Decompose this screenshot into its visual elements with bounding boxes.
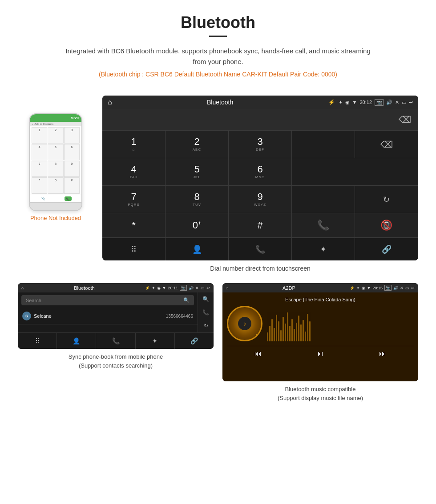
main-section: ··· M:20 + Add to Contacts 1 2 3 4 5 6 7… (0, 91, 436, 283)
phone-contacts-bar: + Add to Contacts (30, 122, 81, 126)
music-home-icon: ⌂ (226, 286, 228, 290)
fast-forward-button[interactable]: ⏭ (379, 350, 386, 358)
time-display: 20:12 (359, 100, 372, 105)
contacts-time: 20:11 (168, 286, 178, 290)
signal-icon: ▼ (352, 100, 357, 105)
dial-key-6[interactable]: 6 MNO (229, 158, 292, 186)
contacts-statusbar: ⌂ Bluetooth ⚡ ✦ ◉ ▼ 20:11 📷 🔊 ✕ ▭ ↩ (18, 283, 214, 292)
dial-key-star[interactable]: * (102, 213, 166, 238)
phone-screen: + Add to Contacts 1 2 3 4 5 6 7 8 9 * 0 … (30, 122, 81, 202)
dial-key-2[interactable]: 2 ABC (166, 131, 229, 158)
page-header: Bluetooth Integrated with BC6 Bluetooth … (0, 0, 436, 91)
album-inner: ♪ (238, 317, 251, 330)
contact-row[interactable]: S Seicane 13566664466 (18, 308, 198, 324)
play-pause-button[interactable]: ⏯ (317, 350, 324, 358)
contacts-usb-icon: ⚡ (145, 286, 150, 290)
contacts-actions: 🔍 📞 ↻ (198, 292, 214, 332)
call-button[interactable]: 📞 (292, 213, 355, 238)
contact-avatar: S (22, 312, 31, 320)
page-description: Integrated with BC6 Bluetooth module, su… (62, 46, 374, 67)
back-icon: ↩ (409, 100, 413, 105)
dialpad-grid: 1 ⌂ 2 ABC 3 DEF ⌫ 4 GHI (102, 130, 418, 238)
dial-key-0[interactable]: 0+ (166, 213, 229, 238)
phone-dialpad: 1 2 3 4 5 6 7 8 9 * 0 # (30, 126, 81, 195)
backspace-button[interactable]: ⌫ (399, 114, 411, 125)
title-divider (209, 36, 227, 37)
dial-key-8[interactable]: 8 TUV (166, 186, 229, 213)
contacts-screen: ⌂ Bluetooth ⚡ ✦ ◉ ▼ 20:11 📷 🔊 ✕ ▭ ↩ Sear… (18, 283, 214, 349)
camera-icon: 📷 (375, 99, 384, 106)
dial-key-3[interactable]: 3 DEF (229, 131, 292, 158)
dial-key-hash[interactable]: # (229, 213, 292, 238)
dial-empty-mid-2 (292, 186, 355, 213)
dial-bottom-nav: ⠿ 👤 📞 ✦ 🔗 (102, 238, 418, 260)
music-content: ♪ ✦ (227, 306, 414, 341)
contacts-caption: Sync phone-book from mobile phone (Suppo… (64, 349, 167, 373)
music-screen: ⌂ A2DP ⚡ ✦ ◉ ▼ 20:15 📷 🔊 ✕ ▭ ↩ Escape (T… (222, 283, 418, 381)
status-icons: ✦ ◉ ▼ 20:12 📷 🔊 ✕ ▭ ↩ (339, 99, 413, 106)
usb-icon: ⚡ (328, 99, 335, 105)
rewind-button[interactable]: ⏮ (254, 350, 262, 358)
dial-statusbar: ⌂ Bluetooth ⚡ ✦ ◉ ▼ 20:12 📷 🔊 ✕ ▭ ↩ (102, 96, 418, 109)
contacts-title: Bluetooth (25, 285, 143, 291)
contacts-phone-btn[interactable]: 📞 (96, 333, 135, 349)
phone-bottom-bar: 📎 📞 (30, 195, 81, 202)
contacts-dialpad-btn[interactable]: ⠿ (18, 333, 57, 349)
music-time: 20:15 (372, 286, 383, 290)
music-visualizer (267, 306, 414, 341)
search-placeholder: Search (26, 298, 41, 303)
contact-name: Seicane (34, 313, 163, 319)
dial-key-9[interactable]: 9 WXYZ (229, 186, 292, 213)
dial-empty-mid-1 (292, 158, 418, 186)
contacts-call-side-icon[interactable]: 📞 (202, 309, 209, 316)
page-title: Bluetooth (9, 13, 427, 32)
contacts-screen-wrap: ⌂ Bluetooth ⚡ ✦ ◉ ▼ 20:11 📷 🔊 ✕ ▭ ↩ Sear… (18, 283, 214, 406)
music-statusbar: ⌂ A2DP ⚡ ✦ ◉ ▼ 20:15 📷 🔊 ✕ ▭ ↩ (222, 283, 418, 292)
search-icon: 🔍 (183, 297, 190, 303)
dial-caption: Dial number direct from touchscreen (102, 260, 418, 279)
end-call-button[interactable]: 📵 (355, 213, 418, 238)
dial-key-5[interactable]: 5 JKL (166, 158, 229, 186)
contacts-body: Search 🔍 S Seicane 13566664466 🔍 📞 ↻ (18, 292, 214, 332)
contacts-person-btn[interactable]: 👤 (57, 333, 96, 349)
music-usb-icon: ⚡ (350, 286, 355, 290)
contacts-refresh-side-icon[interactable]: ↻ (204, 323, 208, 329)
location-icon: ◉ (345, 100, 350, 105)
contacts-link-btn[interactable]: 🔗 (175, 333, 214, 349)
bluetooth-status-icon: ✦ (339, 100, 343, 105)
contacts-bottom-nav: ⠿ 👤 📞 ✦ 🔗 (18, 332, 214, 349)
search-bar[interactable]: Search 🔍 (21, 295, 194, 305)
music-caption: Bluetooth music compatible (Support disp… (273, 381, 367, 406)
bluetooth-album-icon: ✦ (255, 332, 258, 337)
song-title: Escape (The Pina Colada Song) (285, 297, 355, 302)
dialpad-nav-button[interactable]: ⠿ (102, 238, 166, 260)
bottom-screens: ⌂ Bluetooth ⚡ ✦ ◉ ▼ 20:11 📷 🔊 ✕ ▭ ↩ Sear… (0, 283, 436, 406)
dial-key-4[interactable]: 4 GHI (102, 158, 166, 186)
contacts-bluetooth-btn[interactable]: ✦ (136, 333, 175, 349)
link-nav-button[interactable]: 🔗 (355, 238, 418, 260)
contacts-home-icon: ⌂ (21, 286, 24, 290)
contacts-list: S Seicane 13566664466 (18, 308, 198, 326)
dial-key-7[interactable]: 7 PQRS (102, 186, 166, 213)
window-icon: ▭ (402, 100, 406, 105)
calls-nav-button[interactable]: 📞 (229, 238, 292, 260)
album-art: ♪ ✦ (227, 306, 262, 341)
dial-refresh-cell[interactable]: ↻ (355, 186, 418, 213)
home-icon: ⌂ (108, 98, 112, 106)
dial-backspace-cell: ⌫ (355, 131, 418, 158)
dial-key-1[interactable]: 1 ⌂ (102, 131, 166, 158)
volume-icon: 🔊 (386, 100, 392, 105)
contact-phone: 13566664466 (166, 314, 193, 319)
phone-not-included-label: Phone Not Included (30, 215, 81, 221)
dial-screen-wrap: ⌂ Bluetooth ⚡ ✦ ◉ ▼ 20:12 📷 🔊 ✕ ▭ ↩ ⌫ (102, 96, 418, 279)
phone-aside: ··· M:20 + Add to Contacts 1 2 3 4 5 6 7… (18, 96, 93, 221)
music-note-icon: ♪ (243, 320, 246, 327)
contacts-search-side-icon[interactable]: 🔍 (202, 296, 209, 302)
dial-empty-top-1 (292, 131, 355, 158)
close-icon: ✕ (395, 100, 399, 105)
music-screen-wrap: ⌂ A2DP ⚡ ✦ ◉ ▼ 20:15 📷 🔊 ✕ ▭ ↩ Escape (T… (222, 283, 418, 406)
bluetooth-nav-button[interactable]: ✦ (292, 238, 355, 260)
contacts-nav-button[interactable]: 👤 (166, 238, 229, 260)
dial-title: Bluetooth (116, 99, 325, 106)
phone-top-bar: ··· M:20 (30, 114, 81, 122)
